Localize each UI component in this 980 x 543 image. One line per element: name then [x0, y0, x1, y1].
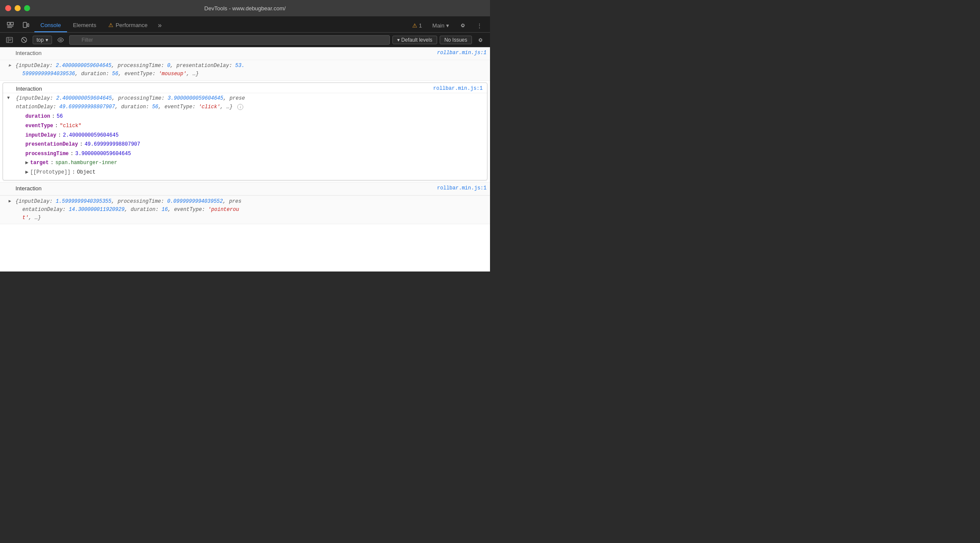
info-icon[interactable]: i [237, 104, 243, 110]
settings-button[interactable] [455, 18, 471, 32]
interaction-label-bottom: Interaction [15, 185, 42, 192]
prototype-triangle[interactable]: ▶ [25, 168, 28, 177]
console-row-top-code: ▶ {inputDelay: 2.4000000059604645, proce… [0, 60, 490, 80]
close-button[interactable] [5, 5, 11, 11]
prop-processingtime: processingTime : 3.9000000059604645 [22, 149, 483, 159]
top-code-span-2: 59999999994039536, duration: 56, eventTy… [15, 71, 199, 77]
sidebar-toggle-button[interactable] [3, 34, 15, 46]
expand-triangle-open[interactable]: ▶ [6, 97, 11, 99]
console-output[interactable]: Interaction rollbar.min.js:1 ▶ {inputDel… [0, 47, 490, 272]
target-triangle[interactable]: ▶ [25, 159, 28, 168]
expanded-summary: {inputDelay: 2.4000000059604645, process… [16, 94, 483, 112]
expanded-triangle-wrapper: ▶ [7, 94, 16, 101]
prop-duration: duration : 56 [22, 112, 483, 122]
warning-count-button[interactable]: ⚠ 1 [408, 18, 426, 32]
row-content: Interaction rollbar.min.js:1 [15, 49, 487, 58]
prop-key-inputdelay: inputDelay [25, 131, 56, 140]
prop-target: ▶ target : span.hamburger-inner [22, 159, 483, 168]
svg-rect-5 [28, 24, 29, 27]
devtools-tabs: Console Elements ⚠ Performance » ⚠ 1 Mai… [0, 16, 490, 33]
rollbar-link-expanded[interactable]: rollbar.min.js:1 [433, 85, 483, 92]
svg-rect-1 [11, 22, 13, 25]
maximize-button[interactable] [24, 5, 30, 11]
context-selector[interactable]: top ▾ [33, 36, 52, 44]
prop-val-processingtime: 3.9000000059604645 [75, 149, 131, 159]
expand-triangle-top[interactable]: ▶ [9, 63, 11, 68]
prop-val-eventtype: "click" [60, 122, 81, 131]
warning-triangle-icon: ⚠ [412, 22, 417, 29]
expanded-interaction-label: Interaction [16, 85, 42, 92]
rollbar-link-top[interactable]: rollbar.min.js:1 [437, 49, 487, 57]
row-content-bottom-2: {inputDelay: 1.5999999940395355, process… [15, 198, 487, 223]
more-options-button[interactable]: ⋮ [472, 18, 487, 32]
rollbar-link-bottom[interactable]: rollbar.min.js:1 [437, 184, 487, 192]
expanded-properties: duration : 56 eventType : "click" inputD… [3, 112, 487, 180]
console-row-bottom-code: ▶ {inputDelay: 1.5999999940395355, proce… [0, 195, 490, 225]
prop-presentationdelay: presentationDelay : 49.69999999880790​7 [22, 140, 483, 149]
console-row-bottom-label: Interaction rollbar.min.js:1 [0, 182, 490, 195]
prop-key-presentationdelay: presentationDelay [25, 140, 78, 149]
prop-val-presentationdelay: 49.69999999880790​7 [85, 140, 141, 149]
tab-elements[interactable]: Elements [67, 18, 102, 32]
minimize-button[interactable] [15, 5, 21, 11]
chevron-down-icon: ▾ [397, 37, 400, 43]
top-code-span: {inputDelay: 2.4000000059604645, process… [15, 63, 245, 69]
prop-key-prototype: [[Prototype]] [30, 168, 70, 177]
row-content-2: {inputDelay: 2.4000000059604645, process… [15, 62, 487, 78]
expanded-entry-header: Interaction rollbar.min.js:1 [3, 83, 487, 93]
interaction-label-top: Interaction [15, 50, 42, 56]
inspector-icon[interactable] [3, 18, 17, 32]
prop-key-duration: duration [25, 112, 50, 122]
prop-key-processingtime: processingTime [25, 149, 69, 159]
svg-point-12 [60, 39, 61, 41]
row-gutter-bottom-2: ▶ [9, 198, 15, 204]
tab-console[interactable]: Console [34, 18, 67, 32]
row-gutter-2: ▶ [9, 62, 15, 68]
performance-warning-icon: ⚠ [108, 22, 113, 28]
svg-rect-6 [6, 37, 12, 43]
default-levels-button[interactable]: ▾ Default levels [392, 36, 437, 44]
prop-prototype: ▶ [[Prototype]] : Object [22, 168, 483, 177]
more-tabs-button[interactable]: » [153, 18, 166, 32]
svg-rect-4 [23, 22, 27, 27]
prop-eventtype: eventType : "click" [22, 122, 483, 131]
console-toolbar: top ▾ ▽ ▾ Default levels No Issues [0, 33, 490, 47]
expanded-entry: Interaction rollbar.min.js:1 ▶ {inputDel… [3, 82, 487, 180]
traffic-lights [5, 5, 30, 11]
eye-button[interactable] [55, 34, 67, 46]
prop-val-prototype: Object [77, 168, 95, 177]
expanded-summary-row: ▶ {inputDelay: 2.4000000059604645, proce… [3, 93, 487, 113]
main-context-selector[interactable]: Main ▾ [428, 18, 453, 32]
prop-key-target: target [30, 159, 49, 168]
row-gutter-bottom [9, 184, 15, 185]
console-row-top-label: Interaction rollbar.min.js:1 [0, 47, 490, 60]
prop-val-inputdelay: 2.4000000059604645 [63, 131, 119, 140]
window-title: DevTools - www.debugbear.com/ [204, 5, 285, 12]
chevron-down-icon: ▾ [446, 22, 449, 29]
no-issues-button[interactable]: No Issues [440, 36, 472, 44]
prop-val-target: span.hamburger-inner [55, 159, 117, 168]
device-icon[interactable] [19, 18, 33, 32]
row-gutter [9, 49, 15, 50]
prop-inputdelay: inputDelay : 2.4000000059604645 [22, 131, 483, 140]
row-content-bottom: Interaction rollbar.min.js:1 [15, 184, 487, 193]
tab-performance[interactable]: ⚠ Performance [102, 18, 153, 32]
filter-wrapper: ▽ [69, 35, 390, 45]
tab-right-area: ⚠ 1 Main ▾ ⋮ [408, 18, 487, 32]
prop-key-eventtype: eventType [25, 122, 53, 131]
svg-rect-0 [7, 22, 10, 25]
svg-line-11 [22, 38, 26, 42]
clear-console-button[interactable] [18, 34, 30, 46]
titlebar: DevTools - www.debugbear.com/ [0, 0, 490, 16]
bottom-triangle[interactable]: ▶ [9, 198, 11, 204]
prop-val-duration: 56 [57, 112, 63, 122]
console-settings-button[interactable] [475, 34, 487, 46]
chevron-down-icon: ▾ [46, 37, 48, 43]
filter-input[interactable] [69, 35, 390, 45]
